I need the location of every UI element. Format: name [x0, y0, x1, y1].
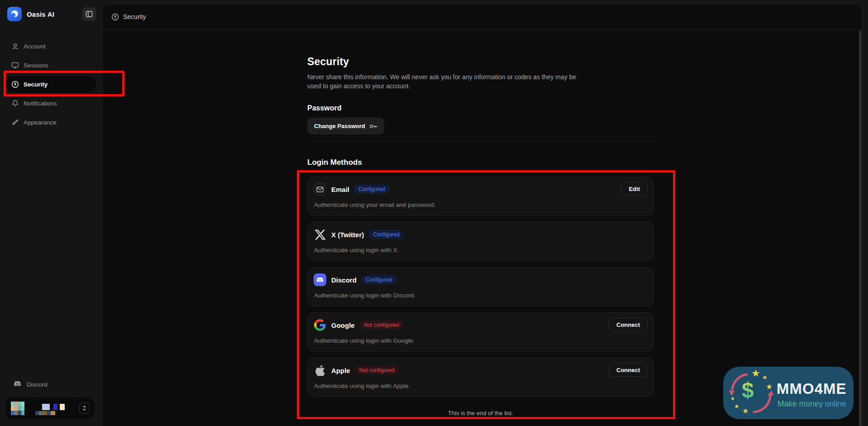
- app-logo-icon: [10, 10, 19, 19]
- sidebar-item-label: Sessions: [24, 62, 48, 69]
- user-widget-pixel: [39, 411, 43, 415]
- star-icon: ★: [734, 403, 739, 410]
- sidebar-item-account[interactable]: Account: [5, 38, 96, 54]
- page-title: Security: [307, 56, 655, 68]
- user-widget-pixel: [43, 411, 47, 415]
- sidebar-item-appearance[interactable]: Appearance: [5, 114, 96, 130]
- sidebar-discord-link[interactable]: Discord: [13, 380, 48, 388]
- change-password-button[interactable]: Change Password: [307, 118, 384, 134]
- sidebar-discord-label: Discord: [27, 381, 48, 388]
- app-logo: [7, 7, 22, 21]
- sidebar: Oasis AI AccountSessionsSecurityNotifica…: [0, 0, 102, 426]
- security-icon: [111, 13, 119, 21]
- user-widget-pixel: [51, 411, 55, 415]
- change-password-label: Change Password: [314, 123, 365, 129]
- highlight-box-sidebar: [4, 71, 124, 96]
- user-widget-pixel: [53, 404, 57, 410]
- user-icon: [11, 43, 19, 50]
- user-widget-pixel: [35, 411, 39, 415]
- watermark-subtitle: Make money online: [777, 399, 846, 409]
- password-section-label: Password: [307, 104, 655, 112]
- divider: [307, 141, 655, 142]
- page-description: Never share this information. We will ne…: [307, 72, 584, 91]
- page-header: Security: [103, 4, 862, 30]
- sidebar-item-label: Account: [24, 43, 46, 50]
- sidebar-item-label: Appearance: [24, 119, 57, 126]
- brush-icon: [11, 119, 19, 126]
- highlight-box-login-methods: [297, 170, 675, 419]
- user-widget[interactable]: [6, 397, 94, 419]
- user-switcher-button[interactable]: [79, 402, 90, 414]
- star-icon: ★: [766, 382, 773, 392]
- star-icon: ★: [751, 368, 760, 379]
- user-widget-pixel: [60, 404, 65, 410]
- watermark-title: MMO4ME: [777, 380, 847, 397]
- page-header-title: Security: [123, 13, 146, 20]
- sidebar-header: Oasis AI: [7, 6, 96, 22]
- sidebar-item-notifications[interactable]: Notifications: [5, 95, 96, 111]
- star-icon: ★: [762, 374, 768, 381]
- user-avatar: [11, 402, 24, 415]
- user-widget-pixel: [42, 404, 50, 410]
- login-methods-label: Login Methods: [307, 158, 655, 167]
- key-icon: [369, 124, 377, 129]
- bell-icon: [11, 100, 19, 107]
- star-icon: ★: [730, 396, 735, 402]
- sidebar-toggle-button[interactable]: [82, 7, 96, 21]
- star-icon: ★: [742, 407, 749, 415]
- user-widget-pixel: [47, 411, 51, 415]
- scrollbar[interactable]: [859, 30, 862, 426]
- monitor-icon: [11, 62, 19, 69]
- watermark: $ ★ ★ ★ ★ ★ ★ MMO4ME Make money online: [723, 367, 854, 419]
- app-name: Oasis AI: [27, 10, 54, 18]
- sidebar-panel-icon: [86, 10, 93, 18]
- watermark-logo: $ ★ ★ ★ ★ ★ ★: [728, 369, 777, 417]
- sidebar-item-label: Notifications: [24, 100, 57, 107]
- watermark-dollar-icon: $: [742, 378, 754, 402]
- chevron-up-down-icon: [82, 405, 86, 411]
- discord-icon: [13, 380, 22, 388]
